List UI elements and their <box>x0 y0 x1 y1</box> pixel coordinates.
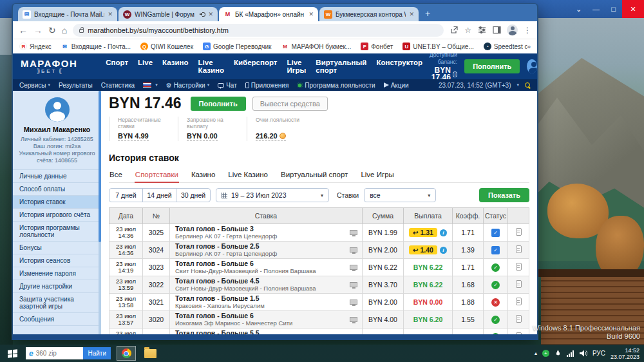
history-tab[interactable]: Все <box>109 168 123 182</box>
subnav-item[interactable]: Результаты ▾ <box>59 82 93 89</box>
subnav-item[interactable]: Приложения ▾ <box>245 82 289 89</box>
maximize-button[interactable]: □ <box>605 0 622 18</box>
home-icon[interactable]: ⌂ <box>62 26 67 35</box>
subnav-item[interactable]: Программа лояльности ▾ <box>297 82 375 89</box>
sidebar-menu-item[interactable]: Изменение пароля <box>13 267 101 280</box>
tab-close-icon[interactable]: ✕ <box>308 11 314 17</box>
site-nav-item[interactable]: Конструктор <box>376 59 422 74</box>
sidebar-menu-item[interactable]: Другие настройки <box>13 280 101 293</box>
subnav-item[interactable]: Сервисы ▾ <box>19 82 50 89</box>
history-tab[interactable]: Виртуальный спорт <box>280 168 348 182</box>
volume-icon[interactable] <box>580 350 587 357</box>
sidebar-menu-item[interactable]: Бонусы <box>13 242 101 254</box>
cashout-badge[interactable]: 1.31 <box>409 228 437 237</box>
sidebar-menu-item[interactable]: Защита участника азартной игры <box>13 293 101 313</box>
sidebar-menu-item[interactable]: История сеансов <box>13 254 101 267</box>
table-row[interactable]: 23 июл 13:58 3021 Тотал голов - Больше 1… <box>109 294 529 311</box>
topup-button[interactable]: Пополнить <box>191 97 246 111</box>
table-row[interactable]: 23 июл 14:36 3024 Тотал голов - Больше 2… <box>109 242 529 259</box>
subnav-item[interactable]: ▾ <box>143 82 158 88</box>
address-bar[interactable]: marathonbet.by/su/myaccount/bethistory.h… <box>73 24 444 37</box>
forward-icon[interactable]: → <box>33 26 43 35</box>
sidebar-menu-item[interactable]: Сообщения <box>13 313 101 326</box>
subnav-item[interactable]: Настройки ▾ <box>166 82 210 89</box>
tab-close-icon[interactable]: ✕ <box>208 11 213 17</box>
receipt-icon[interactable] <box>516 280 522 288</box>
minimize-button[interactable]: — <box>587 0 605 18</box>
balance-info-icon[interactable]: i <box>453 71 457 77</box>
share-icon[interactable] <box>450 26 459 35</box>
bets-select[interactable]: все ▾ <box>364 188 436 202</box>
screen-icon[interactable] <box>350 247 357 252</box>
browser-tab[interactable]: БК «Марафон» онлайн букмек ✕ <box>219 7 318 21</box>
bookmark-item[interactable]: QIWI Кошелек <box>140 43 193 50</box>
history-tab[interactable]: Live Казино <box>227 168 269 182</box>
signal-bars-icon[interactable] <box>567 350 574 357</box>
account-avatar-icon[interactable] <box>527 59 537 73</box>
table-row[interactable]: 23 июл 13:59 3022 Тотал голов - Больше 4… <box>109 276 529 294</box>
bookmark-item[interactable]: Входящие - Почта... <box>61 43 131 50</box>
receipt-icon[interactable] <box>516 245 522 253</box>
sidebar-menu-item[interactable]: История программы лояльности <box>13 222 101 242</box>
tab-audio-icon[interactable] <box>199 12 205 17</box>
bookmark-item[interactable]: МАРАФОН букмек... <box>281 43 351 50</box>
withdraw-button[interactable]: Вывести средства <box>252 97 328 111</box>
period-button[interactable]: 7 дней <box>109 189 143 202</box>
profile-avatar-icon[interactable] <box>507 24 518 35</box>
tab-close-icon[interactable]: ✕ <box>409 11 414 17</box>
site-nav-item[interactable]: Live <box>138 59 153 74</box>
tray-green-app-icon[interactable]: + <box>542 350 549 357</box>
lock-icon[interactable] <box>79 29 84 33</box>
site-nav-item[interactable]: Live Игры <box>287 59 306 74</box>
bookmark-item[interactable]: UNET.BY – Общие... <box>402 43 473 50</box>
topup-button[interactable]: Пополнить <box>464 59 520 73</box>
network-plug-icon[interactable] <box>554 350 562 357</box>
tune-icon[interactable] <box>477 26 486 35</box>
scrollbar-thumb[interactable] <box>99 91 101 242</box>
show-button[interactable]: Показать <box>479 188 529 202</box>
table-row[interactable]: 23 июл 13:57 3019 Тотал голов - Больше 5… <box>109 329 529 335</box>
sidebar-scrollbar[interactable] <box>99 91 101 334</box>
sidebar-menu-item[interactable]: Способ оплаты <box>13 183 101 196</box>
table-row[interactable]: 23 июл 14:19 3023 Тотал голов - Больше 6… <box>109 259 529 276</box>
bookmarks-overflow-icon[interactable]: » <box>527 43 531 50</box>
info-icon[interactable] <box>440 229 447 236</box>
screen-icon[interactable] <box>350 282 357 287</box>
marathon-logo[interactable]: МАРАФОН )) БЕТ (( <box>21 59 77 74</box>
back-icon[interactable]: ← <box>19 26 28 35</box>
receipt-icon[interactable] <box>516 298 522 305</box>
cashout-badge[interactable]: 1.40 <box>409 245 437 254</box>
sidebar-menu-item[interactable]: Личные данные <box>13 170 101 183</box>
bookmark-item[interactable]: Фонбет <box>361 43 393 50</box>
receipt-icon[interactable] <box>516 263 522 271</box>
sidebar-menu-item[interactable]: История игрового счёта <box>13 209 101 222</box>
browser-tab[interactable]: WINGamble | Форум казин ✕ <box>118 7 218 21</box>
search-submit-button[interactable]: Найти <box>83 347 111 359</box>
tab-close-icon[interactable]: ✕ <box>108 11 113 17</box>
taskbar-clock[interactable]: 14:52 23.07.2023 <box>611 347 639 360</box>
site-nav-item[interactable]: Спорт <box>106 59 128 74</box>
site-nav-item[interactable]: Live Казино <box>198 59 224 74</box>
subnav-item[interactable]: Чат ▾ <box>218 82 237 89</box>
browser-menu-icon[interactable]: ⋮ <box>524 26 531 35</box>
reload-icon[interactable]: ↻ <box>48 26 56 35</box>
menu-caret-icon[interactable]: ⌄ <box>570 0 587 18</box>
table-row[interactable]: 23 июл 14:36 3025 Тотал голов - Больше 3… <box>109 224 529 242</box>
screen-icon[interactable] <box>350 317 357 322</box>
bookmark-item[interactable]: Google Переводчик <box>203 43 271 50</box>
history-tab[interactable]: Спортставки <box>135 168 179 183</box>
date-range-picker[interactable]: 19 – 23 Июл 2023 ▾ <box>216 188 329 202</box>
receipt-icon[interactable] <box>516 332 522 334</box>
screen-icon[interactable] <box>350 265 357 270</box>
screen-icon[interactable] <box>350 230 357 235</box>
language-indicator[interactable]: РУС <box>592 350 605 357</box>
tray-expand-icon[interactable]: ▴ <box>535 350 537 356</box>
search-icon[interactable] <box>525 82 531 88</box>
site-datetime[interactable]: 23.07.23, 14:52 (GMT+3) <box>439 82 511 89</box>
side-panel-icon[interactable] <box>492 26 501 35</box>
subnav-item[interactable]: Акции ▾ <box>384 82 409 89</box>
start-button[interactable] <box>5 350 20 357</box>
period-button[interactable]: 30 дней <box>176 189 210 202</box>
bookmark-item[interactable]: Яндекс <box>19 43 52 50</box>
file-explorer-icon[interactable] <box>144 349 156 358</box>
